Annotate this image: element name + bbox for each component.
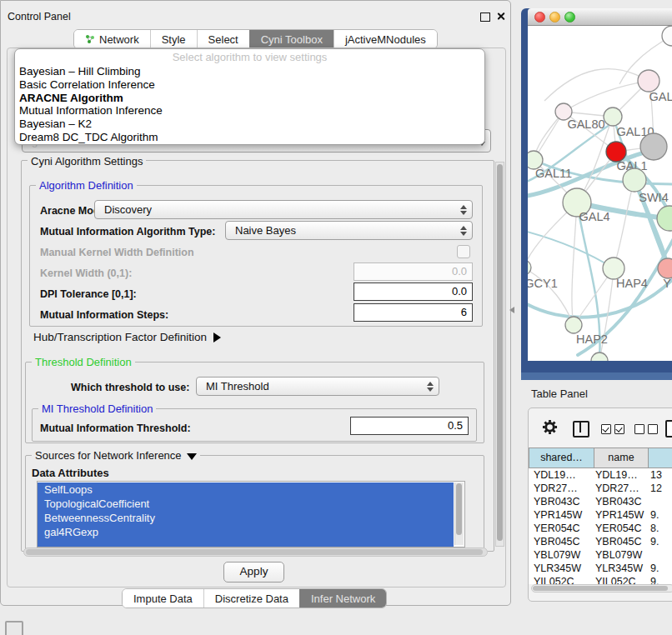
apply-button[interactable]: Apply — [223, 562, 284, 582]
node-label: GAL — [649, 90, 672, 103]
close-icon[interactable] — [496, 12, 505, 21]
network-node-gal[interactable] — [638, 70, 659, 92]
table-row[interactable]: YDL19…YDL19…13 — [529, 468, 672, 482]
tab-label: jActiveMNodules — [345, 33, 426, 46]
algorithm-definition-legend: Algorithm Definition — [36, 179, 137, 192]
aracne-mode-select[interactable]: Discovery — [94, 200, 473, 219]
table-cell: 9. — [650, 509, 659, 521]
tab-select[interactable]: Select — [197, 30, 249, 48]
dpi-tolerance-field[interactable]: 0.0 — [354, 282, 473, 301]
network-canvas[interactable]: GALGAL80GAL10GAL1GAL11SWI4GAL4GCY1HAP4YH… — [528, 26, 672, 361]
network-node-gcy1[interactable] — [528, 260, 531, 275]
document-icon[interactable] — [665, 420, 672, 438]
minimize-traffic-light-icon[interactable] — [549, 12, 560, 22]
mi-type-select[interactable]: Naive Bayes — [225, 221, 473, 240]
table-row[interactable]: YIL052CYIL052C9. — [529, 575, 672, 584]
tab-network[interactable]: Network — [74, 30, 150, 48]
algorithm-option-mutual-information-inference[interactable]: Mutual Information Inference — [19, 104, 484, 118]
checked-checkbox-icon[interactable] — [601, 424, 611, 434]
float-window-icon[interactable] — [480, 12, 490, 22]
settings-hscrollbar[interactable] — [23, 548, 488, 557]
settings-vscrollbar[interactable] — [495, 162, 504, 547]
column-header-name[interactable]: name — [594, 448, 649, 468]
node-label: HAP2 — [576, 332, 608, 346]
network-node[interactable] — [657, 206, 672, 231]
unchecked-checkbox-icon[interactable] — [648, 424, 658, 434]
kernel-width-field[interactable]: 0.0 — [354, 262, 473, 281]
network-node[interactable] — [662, 26, 672, 46]
column-header-partial[interactable] — [648, 448, 672, 468]
algorithm-option-bayesian-k2[interactable]: Bayesian – K2 — [19, 118, 484, 131]
sources-legend[interactable]: Sources for Network Inference — [32, 449, 200, 462]
attribute-item-gal4rgexp[interactable]: gal4RGexp — [38, 525, 454, 539]
node-label: GAL11 — [535, 167, 572, 180]
expand-right-icon — [213, 332, 221, 342]
split-columns-icon[interactable] — [573, 421, 589, 438]
network-node-y[interactable] — [658, 258, 672, 278]
mi-steps-field[interactable]: 6 — [354, 303, 473, 322]
table-cell: YBL079W — [534, 549, 580, 561]
attribute-item-betweennesscentrality[interactable]: BetweennessCentrality — [38, 511, 454, 525]
table-cell: YER054C — [595, 522, 642, 534]
tab-label: Infer Network — [311, 592, 375, 605]
tab-label: Style — [162, 33, 186, 46]
which-threshold-label: Which threshold to use: — [71, 382, 189, 393]
tab-discretize-data[interactable]: Discretize Data — [203, 589, 299, 608]
attributes-scrollbar[interactable] — [454, 482, 464, 545]
table-row[interactable]: YBL079WYBL079W — [529, 548, 672, 562]
algorithm-option-aracne-algorithm[interactable]: ARACNE Algorithm — [19, 92, 484, 105]
algorithm-option-dream8-dc-tdc-algorithm[interactable]: Dream8 DC_TDC Algorithm — [19, 131, 484, 144]
column-header-shared[interactable]: shared… — [529, 448, 594, 468]
table-hscrollbar[interactable] — [531, 584, 672, 592]
table-cell: YDR27… — [595, 482, 639, 494]
checked-checkbox-icon[interactable] — [614, 424, 624, 434]
tab-impute-data[interactable]: Impute Data — [123, 589, 203, 608]
data-attributes-list[interactable]: SelfLoopsTopologicalCoefficientBetweenne… — [37, 481, 465, 548]
kernel-width-label: Kernel Width (0,1): — [40, 268, 132, 279]
network-node-swi4[interactable] — [623, 168, 646, 192]
network-node-gal10[interactable] — [604, 108, 622, 126]
control-panel-tabs: NetworkStyleSelectCyni ToolboxjActiveMNo… — [73, 29, 438, 49]
gear-icon[interactable] — [542, 419, 558, 435]
threshold-definition-legend: Threshold Definition — [32, 356, 135, 368]
table-row[interactable]: YBR045CYBR045C9. — [529, 535, 672, 548]
splitter-handle-icon[interactable] — [509, 307, 514, 313]
stepper-icon — [460, 205, 468, 215]
unchecked-checkbox-icon[interactable] — [634, 424, 644, 434]
tab-cyni-toolbox[interactable]: Cyni Toolbox — [249, 30, 333, 48]
algorithm-option-bayesian-hill-climbing[interactable]: Bayesian – Hill Climbing — [19, 65, 484, 78]
table-cell: YDL19… — [595, 469, 638, 481]
table-cell: 8. — [650, 522, 659, 534]
table-row[interactable]: YER054CYER054C8. — [529, 522, 672, 535]
table-toolbar — [529, 408, 672, 447]
network-node[interactable] — [640, 133, 667, 160]
selected-attributes: SelfLoopsTopologicalCoefficientBetweenne… — [38, 482, 454, 547]
node-label: HAP4 — [616, 277, 648, 290]
table-cell: YPR145W — [534, 509, 582, 521]
collapsed-panel-icon[interactable] — [5, 621, 23, 635]
algorithm-option-basic-correlation-inference[interactable]: Basic Correlation Inference — [19, 78, 484, 92]
network-window-titlebar[interactable] — [528, 8, 672, 26]
tab-jactivemnodules[interactable]: jActiveMNodules — [333, 30, 437, 48]
close-traffic-light-icon[interactable] — [534, 12, 545, 22]
table-row[interactable]: YPR145WYPR145W9. — [529, 508, 672, 522]
mi-threshold-label: Mutual Information Threshold: — [40, 422, 191, 434]
hub-definition-toggle[interactable]: Hub/Transcription Factor Definition — [33, 331, 221, 343]
network-node-hap2[interactable] — [565, 317, 582, 333]
zoom-traffic-light-icon[interactable] — [564, 12, 575, 22]
mi-threshold-field[interactable]: 0.5 — [350, 417, 469, 435]
table-cell: YBR045C — [534, 536, 580, 548]
table-row[interactable]: YLR345WYLR345W9. — [529, 562, 672, 575]
network-node[interactable] — [591, 352, 608, 361]
table-cell: YIL052C — [534, 576, 574, 584]
attribute-item-topologicalcoefficient[interactable]: TopologicalCoefficient — [38, 497, 454, 511]
manual-kernel-checkbox[interactable] — [457, 245, 470, 258]
table-row[interactable]: YDR27…YDR27…12 — [529, 482, 672, 495]
node-label: Y — [663, 277, 671, 290]
tab-style[interactable]: Style — [150, 30, 197, 48]
node-label: GCY1 — [528, 277, 558, 290]
table-row[interactable]: YBR043CYBR043C — [529, 495, 672, 508]
attribute-item-selfloops[interactable]: SelfLoops — [38, 482, 454, 497]
tab-infer-network[interactable]: Infer Network — [299, 589, 386, 608]
which-threshold-select[interactable]: MI Threshold — [196, 377, 439, 396]
